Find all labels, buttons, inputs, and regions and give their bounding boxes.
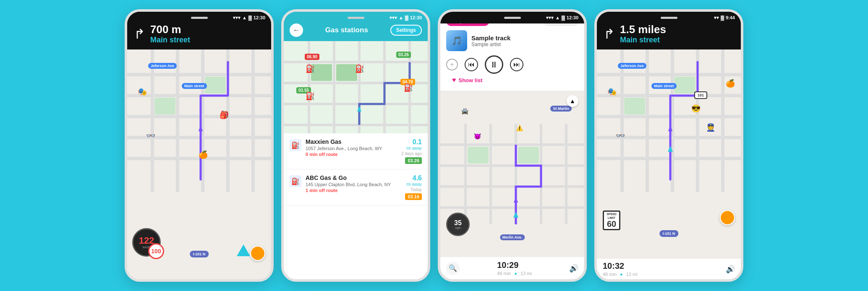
- signal-icon-2: ▾▾▾: [390, 15, 397, 21]
- merlin-ave-label: Merlin Ave.: [500, 234, 525, 240]
- time-display-1: 12:30: [254, 15, 265, 20]
- speed-limit-num-4: 60: [605, 220, 618, 228]
- volume-button-3[interactable]: 🔊: [569, 264, 578, 273]
- svg-rect-37: [468, 147, 489, 164]
- character-monster: 😈: [474, 133, 481, 140]
- gas-station-route-1: 0 min off route: [306, 152, 397, 157]
- nav-arrow-icon-1: [237, 244, 250, 256]
- add-to-playlist-button[interactable]: +: [446, 59, 458, 70]
- street-label-main-4: Main street: [651, 83, 677, 89]
- back-button[interactable]: ←: [290, 23, 303, 37]
- battery-icon-3: ▓: [562, 15, 565, 20]
- gas-station-item-2[interactable]: ⛽ ABC Gas & Go 145 Upper Clapton Blvd, L…: [284, 169, 428, 205]
- heart-icon: ♥: [452, 76, 456, 84]
- nav-map-music[interactable]: 🚔 ⚠️ 😈 St Martin Merlin Ave. 35 mph ▲: [440, 91, 584, 257]
- gas-station-icon-2: ⛽: [290, 175, 301, 187]
- nav-distance-1: 700 m: [150, 23, 190, 36]
- street-label-jeferson: Jeferson Ave: [148, 63, 177, 69]
- gas-station-name-2: ABC Gas & Go: [306, 174, 401, 181]
- st-martin-label: St Martin: [550, 106, 572, 112]
- svg-rect-41: [597, 49, 741, 192]
- price-badge-1: 06.90: [305, 54, 319, 60]
- character-warning: ⚠️: [516, 125, 523, 131]
- settings-button[interactable]: Settings: [390, 25, 422, 36]
- waze-character-4-1: 🎭: [607, 87, 617, 96]
- highway-sign-101: 101: [694, 91, 707, 99]
- status-bar-3: ▾▾▾ ▲ ▓ 12:30: [440, 12, 584, 23]
- svg-rect-52: [624, 98, 645, 114]
- signal-icon: ▾▾▾: [233, 15, 241, 21]
- gas-station-address-2: 145 Upper Clapton Blvd, Long Beach, NY: [306, 182, 401, 187]
- phone-1-navigation: ▾▾▾ ▲ ▓ 12:30 ↱ 700 m Main street: [125, 9, 274, 282]
- gas-list: ⛽ Maxxien Gas 1057 Jeferson Ave., Long B…: [284, 133, 428, 279]
- gas-dist-num-1: 0.1: [401, 138, 422, 146]
- orange-marker-4: [720, 210, 735, 225]
- waze-character-1: 🎭: [138, 87, 147, 96]
- turn-arrow-icon: ↱: [134, 27, 145, 41]
- music-controls: + ⏮ ⏸ ⏭: [446, 55, 578, 74]
- nav-street-1: Main street: [150, 36, 190, 44]
- status-bar-1: ▾▾▾ ▲ ▓ 12:30: [127, 12, 271, 23]
- album-art: 🎵: [446, 30, 467, 51]
- map-area-1[interactable]: Jeferson Ave Main street 🎭 🎒 👓 🍊 122 km/…: [127, 49, 271, 279]
- signal-icon-4: ▾▾: [714, 15, 719, 21]
- gas-dist-num-2: 4.6: [405, 174, 422, 182]
- battery-icon: ▓: [248, 15, 252, 20]
- nav-info-1: 700 m Main street: [150, 23, 190, 44]
- nav-street-4: Main street: [620, 36, 666, 44]
- phone-2-gas: ▾▾▾ ▲ ▓ 12:30 ← Gas stations Settings: [281, 9, 430, 282]
- gas-station-distance-1: 0.1 mi away 2 days ago 03.26: [401, 138, 422, 164]
- map-area-4[interactable]: Jeferson Ave Main street 🎭 👮 👓 😎 🍊 I-101…: [597, 49, 741, 259]
- gas-price-tag-2: 03.16: [405, 193, 422, 200]
- character-police: 🚔: [461, 108, 468, 114]
- track-name: Sample track: [471, 34, 578, 42]
- battery-icon-4: ▓: [721, 15, 724, 20]
- next-track-button[interactable]: ⏭: [510, 58, 523, 71]
- speed-unit-3: mph: [455, 226, 461, 229]
- status-icons-3: ▾▾▾ ▲ ▓ 12:30: [546, 15, 578, 21]
- waze-character-4-4: 😎: [691, 104, 701, 113]
- phone-3-music: ▾▾▾ ▲ ▓ 12:30 ♪ Open Music Change app 🎵 …: [438, 9, 587, 282]
- street-label-main: Main street: [182, 83, 207, 89]
- wifi-icon-3: ▲: [555, 15, 560, 20]
- waze-character-2: 🎒: [220, 110, 229, 120]
- gas-station-address-1: 1057 Jeferson Ave., Long Beach, WY: [306, 146, 397, 151]
- volume-button-4[interactable]: 🔊: [726, 265, 735, 274]
- scroll-up-button[interactable]: ▲: [567, 95, 578, 107]
- music-overlay: ♪ Open Music Change app 🎵 Sample track S…: [440, 12, 584, 91]
- svg-rect-53: [675, 77, 695, 94]
- back-icon: ←: [293, 26, 300, 34]
- map-svg-1: [127, 49, 271, 192]
- orange-marker-1: [250, 246, 265, 261]
- track-info: Sample track Sample artist: [471, 34, 578, 47]
- turn-arrow-icon-4: ↱: [604, 27, 615, 41]
- gas-pump-icon-3: ⛽: [306, 91, 315, 101]
- gas-pump-icon-2: ⛽: [355, 64, 364, 73]
- play-pause-button[interactable]: ⏸: [485, 55, 503, 74]
- highway-badge-4: I-101 N: [659, 230, 679, 237]
- gas-station-item-1[interactable]: ⛽ Maxxien Gas 1057 Jeferson Ave., Long B…: [284, 133, 428, 169]
- svg-rect-25: [336, 64, 357, 81]
- status-icons-2: ▾▾▾ ▲ ▓ 12:30: [390, 15, 422, 21]
- time-display-3: 12:30: [567, 15, 578, 20]
- prev-track-button[interactable]: ⏮: [465, 58, 478, 71]
- search-button-3[interactable]: 🔍: [446, 262, 460, 275]
- svg-rect-38: [518, 147, 539, 164]
- waze-character-4: 🍊: [199, 150, 208, 159]
- gas-station-name-1: Maxxien Gas: [306, 138, 397, 145]
- phone-4-navigation: ▾▾ ▓ 9:44 ↱ 1.5 miles Main street: [594, 9, 743, 282]
- speed-num-3: 35: [454, 220, 462, 226]
- speedometer-3: 35 mph: [446, 213, 470, 236]
- show-list-button[interactable]: ♥ Show list: [446, 74, 578, 86]
- screens-container: ▾▾▾ ▲ ▓ 12:30 ↱ 700 m Main street: [112, 1, 756, 290]
- gas-title: Gas stations: [325, 26, 368, 34]
- svg-rect-0: [127, 49, 271, 192]
- street-label-jeferson-4: Jeferson Ave: [618, 63, 646, 69]
- wifi-icon-2: ▲: [399, 15, 403, 20]
- svg-rect-12: [205, 77, 226, 94]
- nav-bottom-bar-4: 10:32 48 min ● 13 mi 🔊: [597, 259, 741, 279]
- nav-distance-4: 1.5 miles: [620, 23, 666, 36]
- gas-map: 06.90 03.26 03.55 04.79 ⛽ ⛽ ⛽ ⛽: [284, 41, 428, 133]
- gas-station-distance-2: 4.6 mi away Today 03.16: [405, 174, 422, 200]
- track-artist: Sample artist: [471, 42, 578, 47]
